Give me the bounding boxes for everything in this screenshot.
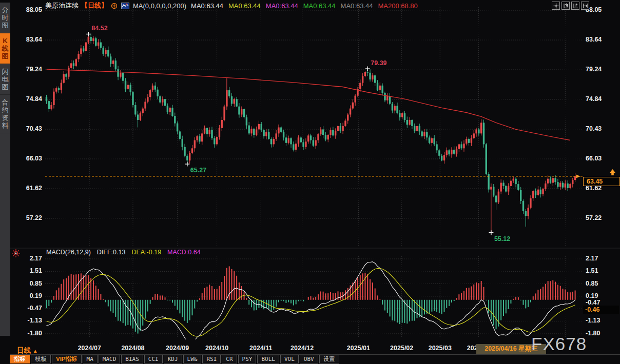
price-axis-label: 70.43 [586,125,602,132]
svg-text:55.12: 55.12 [494,235,510,242]
indicator-button-lw&[interactable]: LW& [183,355,202,363]
price-axis-label: 88.05 [10,6,42,13]
sidebar-tab-kline-chart[interactable]: K线图 [0,33,10,64]
macd-axis-label: -0.47 [10,305,42,312]
price-axis-label: 74.84 [10,95,42,103]
axis-fit-left-icon[interactable] [561,2,570,10]
macd-axis-label: -1.13 [10,317,42,324]
macd-axis-label: -1.80 [586,330,600,337]
macd-axis-label: 0.85 [10,280,42,287]
macd-axis-label: -1.13 [586,317,600,324]
ma-values: MA0:63.44MA0:63.44MA0:63.44MA0:63.44MA0:… [191,2,418,10]
macd-axis-label: 0.19 [586,292,598,299]
chevron-up-icon: ▲ [33,348,38,354]
x-axis-label: 2024/08 [121,345,144,352]
indicator-button-kdj[interactable]: KDJ [164,355,182,363]
price-axis-label: 74.84 [586,95,602,103]
indicator-button-vol[interactable]: VOL [280,355,299,363]
sidebar-tab-label: 合约资料 [2,98,9,129]
indicator-button-rsi[interactable]: RSI [202,355,221,363]
price-axis-label: 70.43 [10,125,42,132]
macd-axis-label: 0.85 [586,280,598,287]
sidebar-tab-label: K线图 [2,37,9,60]
period-badge: 【日线】 [81,1,108,10]
sidebar: 分时图 K线图 闪电图 合约资料 [0,3,10,336]
macd-dea-value: DEA:-0.19 [131,249,161,256]
indicator-button-设置[interactable]: 设置 [319,355,339,363]
x-axis-label: 2024/11 [249,345,273,352]
x-axis-label: 2024/07 [78,345,101,352]
price-axis-label: 57.22 [586,214,602,221]
price-axis-label: 83.64 [586,36,602,43]
svg-text:84.52: 84.52 [91,25,107,32]
price-axis-label: 83.64 [10,36,42,43]
current-price-tag: 63.45 [583,177,620,186]
indicator-button-macd[interactable]: MACD [99,355,121,363]
price-axis-label: 79.24 [586,66,602,73]
pan-icon[interactable] [552,2,560,10]
sidebar-tab-label: 分时图 [2,6,9,29]
ma-value: MA200:68.80 [378,2,417,10]
axis-fit-right-icon[interactable] [571,2,579,10]
symbol-name: 美原油连续 [45,1,79,10]
price-axis-label: 66.03 [10,155,42,162]
indicator-button-cr[interactable]: CR [222,355,237,363]
sidebar-tab-time-chart[interactable]: 分时图 [0,3,10,33]
indicator-button-obv[interactable]: OBV [300,355,318,363]
indicator-button-cci[interactable]: CCI [144,355,163,363]
x-axis-label: 2025/03 [429,345,452,352]
x-axis-label: 2025/01 [347,345,370,352]
x-axis-label: 2024/12 [290,345,314,352]
x-axis-label: 2025/02 [390,345,413,352]
ma-value: MA0:63.44 [303,2,336,10]
add-indicator-icon[interactable] [111,3,118,9]
ma-value: MA0:63.44 [266,2,298,10]
svg-text:65.27: 65.27 [190,167,206,174]
chart-header: 美原油连续 【日线】 MA(0,0,0,0,0,200) MA0:63.44MA… [45,2,418,10]
sidebar-tab-label: 闪电图 [2,68,9,91]
price-axis-label: 61.62 [10,185,42,192]
svg-text:79.39: 79.39 [371,59,386,67]
watermark-logo: FX678 [531,334,587,354]
macd-diff-value: DIFF:0.13 [97,249,126,256]
ma-value: MA0:63.44 [191,2,223,10]
sidebar-tab-contract-info[interactable]: 合约资料 [0,95,10,133]
chart-canvas[interactable]: 84.5279.3965.2755.12 [0,0,620,364]
x-axis-label: 2024/09 [166,345,189,352]
indicator-button-psy[interactable]: PSY [238,355,257,363]
macd-axis-label: 1.51 [10,267,42,274]
macd-current-tag: -0.46 [583,306,619,314]
ma-formula: MA(0,0,0,0,0,200) [133,2,186,10]
price-axis-label: 57.22 [10,214,42,221]
period-selector-label: 日线 [17,347,31,354]
indicator-button-指标[interactable]: 指标 [10,355,30,363]
macd-header: MACD(26,12,9) DIFF:0.13 DEA:-0.19 MACD:0… [46,249,201,256]
indicator-button-模板[interactable]: 模板 [31,355,51,363]
indicator-toolbar: 指标模板VIP指标MAMACDBIASCCIKDJLW&RSICRPSYBOLL… [10,355,339,363]
macd-title: MACD(26,12,9) [46,249,91,256]
chart-app: 84.5279.3965.2755.12 分时图 K线图 闪电图 合约资料 美原… [0,0,620,364]
macd-axis-label: 0.19 [10,292,42,299]
sidebar-tab-lightning-chart[interactable]: 闪电图 [0,64,10,95]
indicator-button-ma[interactable]: MA [83,355,98,363]
indicator-button-bias[interactable]: BIAS [121,355,143,363]
x-axis-label: 2024/10 [205,345,228,352]
price-axis-label: 79.24 [10,66,42,73]
ma-value: MA0:63.44 [228,2,261,10]
macd-axis-label: -0.47 [586,299,600,306]
macd-axis-label: 1.51 [586,267,598,274]
alert-marker-icon[interactable] [11,249,21,258]
indicator-button-boll[interactable]: BOLL [257,355,279,363]
indicator-button-vip指标[interactable]: VIP指标 [52,355,82,363]
macd-macd-value: MACD:0.64 [167,249,201,256]
expand-pane-icon[interactable] [581,2,589,10]
price-axis-label: 66.03 [586,155,602,162]
ma-value: MA0:63.44 [341,2,373,10]
mini-chart-icon [121,3,129,9]
window-toolbar [552,2,589,10]
macd-axis-label: 2.17 [586,255,598,262]
macd-axis-label: -1.80 [10,330,42,337]
